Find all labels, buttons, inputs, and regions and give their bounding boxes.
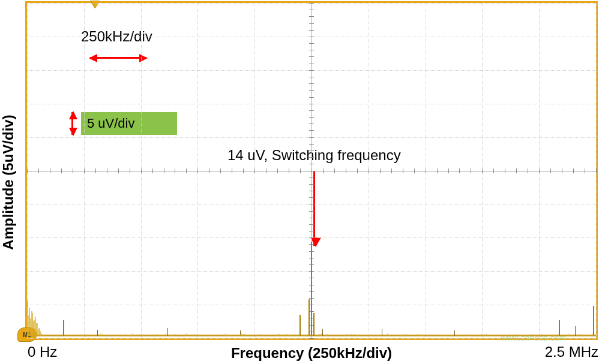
trace-noise (278, 334, 278, 336)
tick (309, 30, 314, 31)
tick (403, 169, 403, 173)
tick (309, 178, 314, 178)
trace-noise (399, 335, 399, 336)
trace-noise (280, 334, 280, 336)
trace-noise (225, 333, 226, 336)
trace-spur (97, 330, 98, 336)
tick (309, 130, 314, 131)
tick (50, 169, 50, 173)
trace-noise (170, 335, 171, 336)
tick (73, 169, 73, 173)
trace-noise (240, 334, 241, 336)
trace-noise (348, 333, 348, 336)
trace-noise (319, 334, 320, 336)
trace-noise (125, 333, 125, 336)
trace-noise (441, 335, 441, 336)
y-axis-title-text: Amplitude (5uV/div) (0, 115, 17, 249)
tick (309, 97, 314, 98)
tick (232, 169, 232, 173)
trace-noise (43, 335, 44, 336)
trace-noise (489, 335, 490, 336)
trace-noise (426, 335, 426, 336)
tick (334, 169, 335, 173)
tick (505, 169, 505, 173)
trace-noise (589, 335, 589, 336)
trace-spur (322, 329, 323, 336)
trace-noise (304, 335, 305, 336)
trace-noise (343, 335, 343, 336)
y-scale-badge: 5 uV/div (81, 112, 177, 135)
tick (309, 3, 314, 4)
tick (309, 157, 314, 158)
trace-noise (103, 333, 103, 336)
tick (309, 197, 314, 198)
trace-noise (303, 335, 303, 336)
trace-noise (40, 335, 41, 336)
tick (471, 169, 471, 173)
trace-noise (243, 334, 244, 336)
trace-noise (403, 335, 403, 336)
trace-noise (201, 335, 202, 336)
trace-noise (481, 334, 482, 336)
tick (346, 169, 346, 173)
tick (309, 10, 314, 10)
trace-noise (400, 335, 401, 336)
trace-noise (369, 335, 369, 336)
tick (289, 169, 289, 173)
tick (309, 191, 314, 191)
tick (309, 224, 314, 225)
trace-noise (226, 335, 227, 336)
tick (528, 169, 528, 173)
tick (107, 169, 107, 173)
tick (309, 237, 314, 238)
tick (152, 169, 153, 173)
trace-noise (414, 335, 414, 336)
tick (539, 169, 540, 173)
trace-noise (31, 334, 31, 336)
tick (300, 169, 301, 173)
tick (459, 169, 460, 173)
trace-noise (131, 335, 132, 336)
tick (27, 169, 28, 173)
trace-noise (132, 333, 133, 336)
tick (596, 169, 597, 173)
tick (309, 204, 314, 204)
trace-noise (97, 335, 97, 336)
tick (585, 169, 585, 173)
tick (141, 169, 142, 173)
tick (493, 169, 494, 173)
trace-noise (166, 333, 166, 336)
trace-noise (450, 335, 451, 336)
y-axis-title: Amplitude (5uV/div) (0, 0, 18, 364)
trace-noise (487, 335, 488, 336)
tick (309, 338, 314, 339)
tick (38, 169, 39, 173)
trace-noise (387, 333, 388, 336)
trace-noise (100, 335, 101, 336)
tick (573, 169, 574, 173)
trace-spur (311, 242, 312, 336)
trace-noise (259, 334, 260, 336)
x-axis-max-label: 2.5 MHz (545, 344, 598, 360)
trace-spur (167, 328, 168, 336)
trace-noise (469, 334, 469, 336)
tick (309, 90, 314, 91)
trace-spur (313, 313, 315, 336)
trace-spur (63, 320, 64, 336)
tick (309, 77, 314, 77)
tick (309, 117, 314, 118)
tick (84, 169, 85, 173)
trace-spur (382, 329, 382, 336)
tick (197, 169, 198, 173)
tick (61, 169, 62, 173)
tick (266, 169, 266, 173)
tick (309, 124, 314, 124)
tick (309, 64, 314, 64)
tick (309, 231, 314, 231)
trace-noise (190, 335, 190, 336)
tick (309, 164, 314, 164)
trace-noise (279, 334, 280, 336)
trace-noise (406, 335, 407, 336)
tick (175, 169, 175, 173)
trace-noise (251, 335, 252, 336)
